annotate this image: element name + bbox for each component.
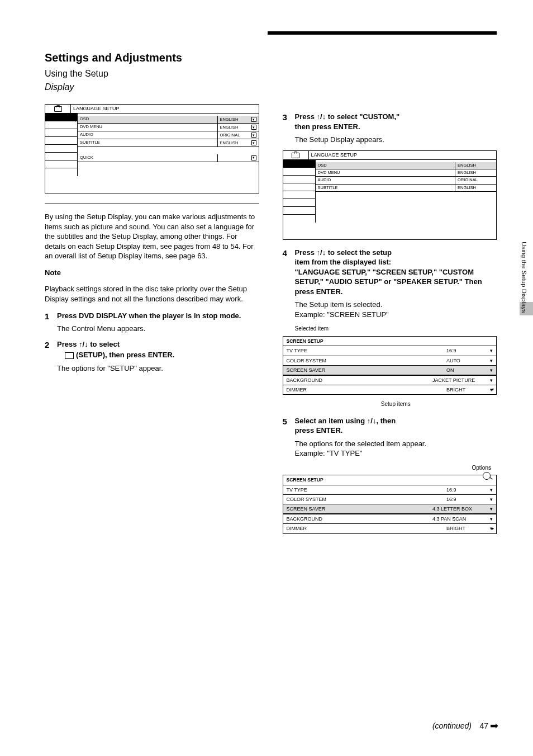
- chevron-down-icon: ▾: [251, 125, 256, 130]
- left-column: Settings and Adjustments Using the Setup…: [45, 28, 259, 540]
- panelA-label: Selected item: [295, 325, 497, 333]
- chevron-down-icon: ▾: [490, 367, 493, 374]
- chevron-down-icon: ▾: [490, 357, 493, 364]
- page-number: 47: [479, 721, 488, 731]
- setup-row: SUBTITLE ENGLISH: [316, 185, 497, 192]
- setup-row: DVD MENU ENGLISH: [316, 169, 497, 177]
- side-cat: [283, 183, 315, 191]
- side-cat: [45, 160, 77, 168]
- side-cat: [45, 129, 77, 137]
- screen-setup-panel-b: SCREEN SETUP TV TYPE16:9▾ COLOR SYSTEM16…: [283, 475, 497, 533]
- side-cat: [45, 145, 77, 153]
- step-5: 5 Select an item using ↑/↓, then press E…: [283, 416, 497, 459]
- setup-title: LANGUAGE SETUP: [309, 151, 497, 159]
- step-4: 4 Press ↑/↓ to select the setup item fro…: [283, 248, 497, 320]
- side-cat: [45, 168, 77, 176]
- screen-setup-panel-a: SCREEN SETUP TV TYPE16:9▾ COLOR SYSTEMAU…: [283, 336, 497, 395]
- note-heading: Note: [45, 268, 259, 278]
- toolbox-icon: [292, 153, 299, 158]
- side-cat: [283, 207, 315, 215]
- setup-row: AUDIO ORIGINAL: [316, 177, 497, 184]
- setup-row: OSD ENGLISH: [316, 162, 497, 169]
- setup-display-mock-2: LANGUAGE SETUP OSD ENGLISH DVD M: [283, 150, 497, 240]
- side-label: Using the Setup Displays: [520, 242, 528, 313]
- scroll-down-icon: ▾: [492, 387, 494, 393]
- subtitle-2: Display: [45, 81, 259, 93]
- setup-display-mock: LANGUAGE SETUP OSD ENGLISH▾ DVD: [45, 104, 259, 193]
- chevron-down-icon: ▾: [490, 347, 493, 354]
- setup-row: QUICK ▾: [78, 154, 259, 162]
- setup-row: DVD MENU ENGLISH▾: [78, 124, 259, 131]
- step-2: 2 Press ↑/↓ to select (SETUP), then pres…: [45, 339, 259, 374]
- side-cat: [45, 153, 77, 160]
- side-cat: [283, 199, 315, 207]
- setup-row: [78, 147, 259, 154]
- side-cat: [283, 176, 315, 183]
- intro-paragraph: By using the Setup Display, you can make…: [45, 212, 259, 261]
- chevron-down-icon: ▾: [490, 377, 493, 384]
- step-1: 1 Press DVD DISPLAY when the player is i…: [45, 311, 259, 334]
- chevron-down-icon: ▾: [251, 117, 256, 122]
- chevron-down-icon: ▾: [490, 496, 493, 503]
- panelB-label: Options: [295, 464, 497, 472]
- side-cat: [283, 191, 315, 199]
- continued-arrow-icon: ➡: [490, 719, 498, 733]
- side-cat: [283, 168, 315, 176]
- note-paragraph: Playback settings stored in the disc tak…: [45, 284, 259, 304]
- setup-row: AUDIO ORIGINAL▾: [78, 131, 259, 139]
- chevron-down-icon: ▾: [490, 505, 493, 512]
- panelA-caption: Setup items: [295, 400, 497, 408]
- chevron-down-icon: ▾: [251, 140, 256, 145]
- scroll-down-icon: ▾: [492, 526, 494, 532]
- top-rule: [268, 31, 497, 35]
- chevron-down-icon: ▾: [490, 516, 493, 522]
- setup-title: LANGUAGE SETUP: [71, 105, 259, 113]
- chevron-down-icon: ▾: [251, 155, 256, 160]
- chevron-down-icon: ▾: [490, 486, 493, 493]
- setup-row: OSD ENGLISH▾: [78, 116, 259, 124]
- step-3: 3 Press ↑/↓ to select "CUSTOM," then pre…: [283, 112, 497, 145]
- chevron-down-icon: ▾: [251, 133, 256, 138]
- side-cat: [45, 114, 77, 121]
- right-column: 3 Press ↑/↓ to select "CUSTOM," then pre…: [283, 28, 497, 540]
- side-cat: [45, 121, 77, 129]
- column-rule: [45, 204, 259, 204]
- toolbox-icon: [54, 106, 62, 112]
- side-cat: [283, 215, 315, 223]
- side-cat: [283, 160, 315, 168]
- continued: (continued): [432, 721, 472, 731]
- section-heading: Settings and Adjustments: [45, 50, 259, 65]
- side-cat: [45, 137, 77, 145]
- setup-row: SUBTITLE ENGLISH▾: [78, 139, 259, 147]
- subtitle-1: Using the Setup: [45, 68, 259, 80]
